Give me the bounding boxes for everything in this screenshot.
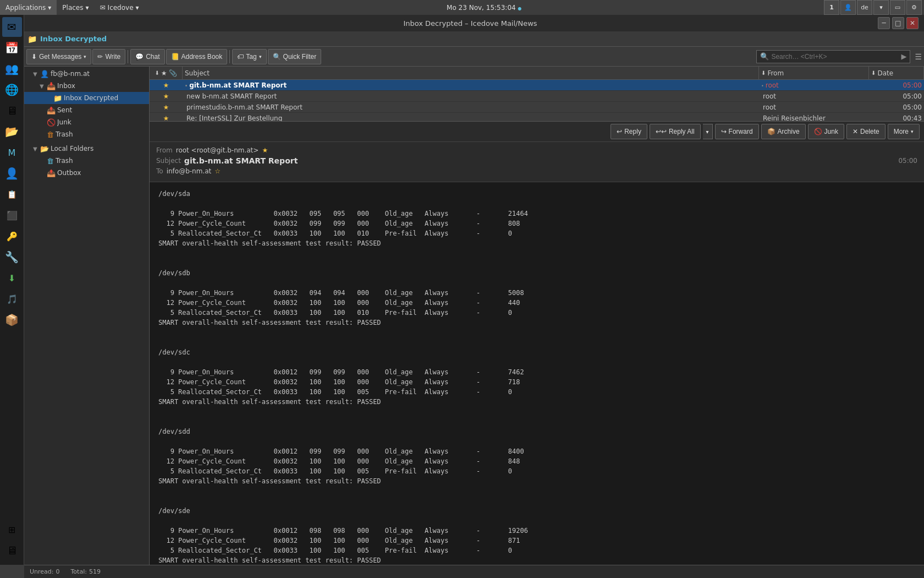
sidebar-item-trash-local[interactable]: 🗑 Trash	[24, 155, 149, 167]
applications-menu[interactable]: Applications ▾	[0, 0, 57, 15]
more-button[interactable]: More ▾	[888, 124, 920, 139]
applications-label: Applications	[6, 4, 46, 12]
forward-button[interactable]: ↪ Forward	[715, 124, 759, 139]
star-icon-1[interactable]: ★	[163, 92, 169, 100]
places-menu[interactable]: Places ▾	[57, 0, 94, 15]
junk-icon: 🚫	[814, 128, 822, 135]
archive-button[interactable]: 📦 Archive	[761, 124, 806, 139]
star-icon-3[interactable]: ★	[163, 114, 169, 122]
settings-icon[interactable]: ⚙	[906, 0, 922, 15]
contacts-app-icon[interactable]: 👥	[2, 59, 22, 79]
lang-label[interactable]: de	[857, 0, 872, 15]
close-button[interactable]: ✕	[906, 17, 919, 29]
to-row: To info@b-nm.at ☆	[156, 167, 917, 175]
col-from[interactable]: ⬇ From	[759, 67, 869, 80]
search-input[interactable]	[771, 53, 901, 61]
tag-button[interactable]: 🏷 Tag ▾	[232, 49, 266, 64]
chat-button[interactable]: 💬 Chat	[130, 49, 164, 64]
write-button[interactable]: ✏ Write	[92, 49, 125, 64]
sidebar-item-local-folders[interactable]: ▼ 📂 Local Folders	[24, 143, 149, 155]
bottom-icon[interactable]: 🖥	[2, 541, 22, 560]
lang-arrow[interactable]: ▾	[873, 0, 889, 15]
sidebar-item-sent[interactable]: 📤 Sent	[24, 104, 149, 116]
files-app-icon[interactable]: 📂	[2, 122, 22, 141]
forward-icon: ↪	[721, 128, 727, 135]
calendar-app-icon[interactable]: 📅	[2, 38, 22, 58]
message-row-3[interactable]: ★ Re: [InterSSL] Zur Bestellung Reini Re…	[150, 113, 924, 122]
sidebar-item-junk[interactable]: 🚫 Junk	[24, 116, 149, 128]
total-status: Total: 519	[71, 568, 101, 575]
folder-icon: 📁	[28, 35, 37, 43]
junk-icon: 🚫	[47, 118, 56, 127]
message-row-0[interactable]: ★ •git.b-nm.at SMART Report •root 05:00	[150, 80, 924, 91]
msg-date-3: 00:43	[869, 114, 924, 122]
col-date[interactable]: ⬇ Date	[869, 67, 924, 80]
reply-button[interactable]: ↩ Reply	[610, 124, 647, 139]
sidebar-item-trash-fb[interactable]: 🗑 Trash	[24, 128, 149, 140]
folder-bar: 📁 Inbox Decrypted	[24, 31, 924, 47]
delete-button[interactable]: ✕ Delete	[846, 124, 886, 139]
text-app-icon[interactable]: M	[2, 143, 22, 162]
col-flags[interactable]: ⬇ ★ 📎	[150, 67, 183, 80]
msg-flags-1: ★	[150, 92, 183, 100]
arrow-icon: ▼	[33, 146, 38, 152]
star-icon-2[interactable]: ★	[163, 103, 169, 111]
quick-filter-button[interactable]: 🔍 Quick Filter	[268, 49, 322, 64]
message-row-2[interactable]: ★ primestudio.b-nm.at SMART Report root …	[150, 102, 924, 113]
menu-icon[interactable]: ☰	[915, 52, 922, 61]
sidebar-item-fb[interactable]: ▼ 👤 fb@b-nm.at	[24, 68, 149, 80]
arrow-icon: ▼	[33, 71, 38, 77]
msg-date-0: 05:00	[869, 81, 924, 89]
minimize-button[interactable]: ─	[878, 17, 890, 29]
to-star-icon[interactable]: ☆	[215, 167, 221, 175]
star-icon-0[interactable]: ★	[163, 81, 169, 89]
status-bar: Unread: 0 Total: 519	[24, 565, 924, 578]
message-list-header: ⬇ ★ 📎 Subject ⬇ From ⬇ Date	[150, 67, 924, 80]
music-app-icon[interactable]: 🎵	[2, 289, 22, 309]
terminal-app-icon[interactable]: 🖥	[2, 101, 22, 121]
tools-app-icon[interactable]: 🔧	[2, 247, 22, 267]
message-rows: ★ •git.b-nm.at SMART Report •root 05:00 …	[150, 80, 924, 122]
sidebar: ▼ 👤 fb@b-nm.at ▼ 📥 Inbox 📁 Inbox Decrypt…	[24, 67, 150, 565]
toolbar-sep-2	[229, 50, 230, 63]
sidebar-item-inbox[interactable]: ▼ 📥 Inbox	[24, 80, 149, 92]
screen-icon[interactable]: ▭	[890, 0, 905, 15]
user2-app-icon[interactable]: 👤	[2, 163, 22, 183]
msg-subject-2: primestudio.b-nm.at SMART Report	[183, 103, 759, 111]
message-row-1[interactable]: ★ new b-nm.at SMART Report root 05:00	[150, 91, 924, 102]
task-app-icon[interactable]: 📋	[2, 184, 22, 204]
reply-all-dropdown[interactable]: ▾	[703, 124, 713, 139]
system-clock: Mo 23 Nov, 15:53:04 ●	[145, 4, 824, 12]
key-app-icon[interactable]: 🔑	[2, 226, 22, 246]
junk-button[interactable]: 🚫 Junk	[808, 124, 844, 139]
msg-subject-0: •git.b-nm.at SMART Report	[183, 81, 759, 89]
get-messages-button[interactable]: ⬇ Get Messages ▾	[26, 49, 91, 64]
reply-all-button[interactable]: ↩↩ Reply All	[650, 124, 701, 139]
email-view: ↩ Reply ↩↩ Reply All ▾ ↪ Forward 📦 Arch	[150, 122, 924, 565]
col-subject[interactable]: Subject	[183, 67, 759, 80]
search-expand-icon[interactable]: ▶	[901, 52, 906, 61]
reply-all-icon: ↩↩	[656, 128, 667, 135]
search-box[interactable]: 🔍 ▶	[756, 50, 910, 63]
notification-icon[interactable]: 1	[824, 0, 839, 15]
subject-row: Subject git.b-nm.at SMART Report 05:00	[156, 156, 917, 165]
title-bar: Inbox Decrypted – Icedove Mail/News ─ □ …	[24, 15, 924, 31]
mail-app-icon[interactable]: ✉	[2, 17, 22, 37]
system-bar: Applications ▾ Places ▾ ✉ Icedove ▾ Mo 2…	[0, 0, 924, 15]
sidebar-item-inbox-decrypted[interactable]: 📁 Inbox Decrypted	[24, 92, 149, 104]
sidebar-item-outbox[interactable]: 📤 Outbox	[24, 167, 149, 179]
msg-date-2: 05:00	[869, 103, 924, 111]
user-icon[interactable]: 👤	[840, 0, 856, 15]
app-menu[interactable]: ✉ Icedove ▾	[95, 0, 145, 15]
grid-app-icon[interactable]: ⊞	[2, 520, 22, 539]
trash-icon: 🗑	[47, 130, 54, 139]
from-star-icon[interactable]: ★	[262, 146, 268, 154]
red-app-icon[interactable]: ⬛	[2, 205, 22, 225]
install-app-icon[interactable]: 📦	[2, 310, 22, 330]
msg-subject-1: new b-nm.at SMART Report	[183, 92, 759, 100]
browser-app-icon[interactable]: 🌐	[2, 80, 22, 100]
download-app-icon[interactable]: ⬇	[2, 268, 22, 288]
maximize-button[interactable]: □	[892, 17, 904, 29]
system-tray: 1 👤 de ▾ ▭ ⚙	[824, 0, 922, 15]
address-book-button[interactable]: 📒 Address Book	[166, 49, 228, 64]
